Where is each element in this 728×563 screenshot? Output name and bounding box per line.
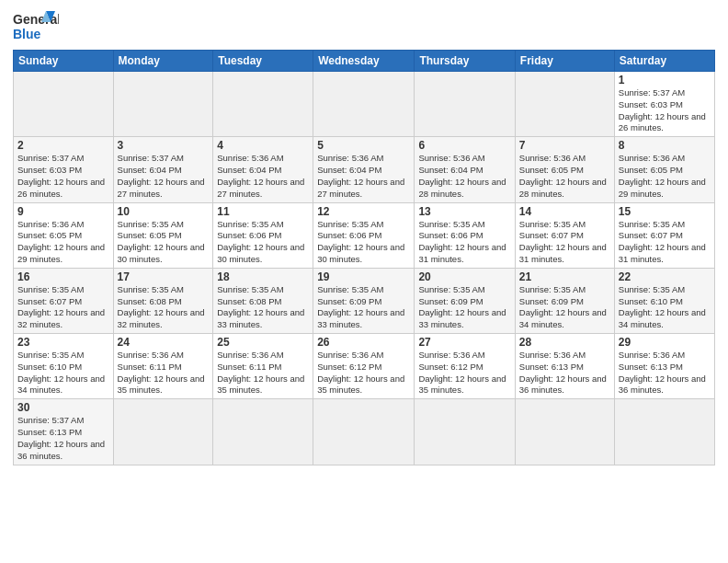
day-info: Sunrise: 5:36 AM Sunset: 6:13 PM Dayligh…: [519, 350, 610, 396]
calendar-cell: 3Sunrise: 5:37 AM Sunset: 6:04 PM Daylig…: [113, 137, 213, 202]
day-info: Sunrise: 5:35 AM Sunset: 6:10 PM Dayligh…: [619, 284, 711, 331]
calendar-header-thursday: Thursday: [415, 51, 515, 72]
calendar-cell: 9Sunrise: 5:36 AM Sunset: 6:05 PM Daylig…: [14, 202, 114, 268]
calendar-cell: 4Sunrise: 5:36 AM Sunset: 6:04 PM Daylig…: [213, 137, 313, 202]
calendar-cell: 26Sunrise: 5:36 AM Sunset: 6:12 PM Dayli…: [313, 334, 415, 399]
header: GeneralBlue: [13, 9, 715, 44]
day-number: 30: [17, 401, 109, 414]
day-number: 28: [519, 336, 610, 349]
day-number: 21: [519, 270, 610, 283]
day-info: Sunrise: 5:36 AM Sunset: 6:04 PM Dayligh…: [317, 153, 410, 200]
day-number: 9: [17, 205, 109, 218]
day-number: 11: [217, 205, 309, 218]
day-info: Sunrise: 5:35 AM Sunset: 6:08 PM Dayligh…: [118, 284, 210, 331]
calendar-cell: 8Sunrise: 5:36 AM Sunset: 6:05 PM Daylig…: [614, 137, 714, 202]
calendar-cell: 11Sunrise: 5:35 AM Sunset: 6:06 PM Dayli…: [213, 202, 313, 268]
calendar-cell: 24Sunrise: 5:36 AM Sunset: 6:11 PM Dayli…: [113, 334, 213, 399]
calendar-cell: 1Sunrise: 5:37 AM Sunset: 6:03 PM Daylig…: [614, 72, 714, 137]
calendar-cell: 2Sunrise: 5:37 AM Sunset: 6:03 PM Daylig…: [14, 137, 114, 202]
day-info: Sunrise: 5:37 AM Sunset: 6:13 PM Dayligh…: [17, 415, 109, 462]
day-number: 2: [17, 139, 109, 152]
day-number: 7: [519, 139, 610, 152]
day-info: Sunrise: 5:36 AM Sunset: 6:05 PM Dayligh…: [519, 153, 610, 200]
day-info: Sunrise: 5:35 AM Sunset: 6:08 PM Dayligh…: [217, 284, 309, 331]
day-number: 29: [619, 336, 711, 349]
calendar-week-1: 1Sunrise: 5:37 AM Sunset: 6:03 PM Daylig…: [14, 72, 715, 137]
calendar-cell: [213, 72, 313, 137]
calendar-cell: 15Sunrise: 5:35 AM Sunset: 6:07 PM Dayli…: [614, 202, 714, 268]
day-info: Sunrise: 5:35 AM Sunset: 6:09 PM Dayligh…: [317, 284, 410, 331]
calendar-cell: 5Sunrise: 5:36 AM Sunset: 6:04 PM Daylig…: [313, 137, 415, 202]
day-info: Sunrise: 5:35 AM Sunset: 6:06 PM Dayligh…: [317, 219, 410, 266]
day-number: 13: [418, 205, 510, 218]
calendar-cell: [415, 399, 515, 465]
day-info: Sunrise: 5:35 AM Sunset: 6:07 PM Dayligh…: [17, 284, 109, 331]
calendar-cell: 20Sunrise: 5:35 AM Sunset: 6:09 PM Dayli…: [415, 268, 515, 333]
calendar-cell: 18Sunrise: 5:35 AM Sunset: 6:08 PM Dayli…: [213, 268, 313, 333]
calendar-cell: 22Sunrise: 5:35 AM Sunset: 6:10 PM Dayli…: [614, 268, 714, 333]
day-number: 14: [519, 205, 610, 218]
day-info: Sunrise: 5:37 AM Sunset: 6:03 PM Dayligh…: [17, 153, 109, 200]
calendar-cell: 13Sunrise: 5:35 AM Sunset: 6:06 PM Dayli…: [415, 202, 515, 268]
day-info: Sunrise: 5:36 AM Sunset: 6:11 PM Dayligh…: [118, 350, 210, 396]
day-number: 22: [619, 270, 711, 283]
calendar-cell: [14, 72, 114, 137]
day-number: 16: [17, 270, 109, 283]
day-number: 4: [217, 139, 309, 152]
calendar-cell: 30Sunrise: 5:37 AM Sunset: 6:13 PM Dayli…: [14, 399, 114, 465]
day-number: 8: [619, 139, 711, 152]
day-number: 17: [118, 270, 210, 283]
calendar-cell: 14Sunrise: 5:35 AM Sunset: 6:07 PM Dayli…: [515, 202, 614, 268]
calendar-cell: 21Sunrise: 5:35 AM Sunset: 6:09 PM Dayli…: [515, 268, 614, 333]
calendar-cell: 19Sunrise: 5:35 AM Sunset: 6:09 PM Dayli…: [313, 268, 415, 333]
calendar-cell: [415, 72, 515, 137]
page: GeneralBlue SundayMondayTuesdayWednesday…: [0, 0, 728, 563]
calendar-week-6: 30Sunrise: 5:37 AM Sunset: 6:13 PM Dayli…: [14, 399, 715, 465]
day-number: 1: [619, 74, 711, 86]
calendar-cell: [614, 399, 714, 465]
day-info: Sunrise: 5:36 AM Sunset: 6:04 PM Dayligh…: [217, 153, 309, 200]
day-number: 25: [217, 336, 309, 349]
day-info: Sunrise: 5:35 AM Sunset: 6:10 PM Dayligh…: [17, 350, 109, 396]
calendar-cell: 23Sunrise: 5:35 AM Sunset: 6:10 PM Dayli…: [14, 334, 114, 399]
calendar-cell: 27Sunrise: 5:36 AM Sunset: 6:12 PM Dayli…: [415, 334, 515, 399]
day-number: 15: [619, 205, 711, 218]
day-number: 3: [118, 139, 210, 152]
calendar-cell: 10Sunrise: 5:35 AM Sunset: 6:05 PM Dayli…: [113, 202, 213, 268]
calendar-header-tuesday: Tuesday: [213, 51, 313, 72]
day-info: Sunrise: 5:35 AM Sunset: 6:06 PM Dayligh…: [418, 219, 510, 266]
calendar-cell: 7Sunrise: 5:36 AM Sunset: 6:05 PM Daylig…: [515, 137, 614, 202]
calendar-cell: 17Sunrise: 5:35 AM Sunset: 6:08 PM Dayli…: [113, 268, 213, 333]
day-number: 27: [418, 336, 510, 349]
day-number: 19: [317, 270, 410, 283]
day-number: 6: [418, 139, 510, 152]
calendar: SundayMondayTuesdayWednesdayThursdayFrid…: [13, 50, 715, 465]
calendar-cell: [213, 399, 313, 465]
calendar-cell: 16Sunrise: 5:35 AM Sunset: 6:07 PM Dayli…: [14, 268, 114, 333]
calendar-cell: 12Sunrise: 5:35 AM Sunset: 6:06 PM Dayli…: [313, 202, 415, 268]
calendar-cell: 29Sunrise: 5:36 AM Sunset: 6:13 PM Dayli…: [614, 334, 714, 399]
calendar-cell: 6Sunrise: 5:36 AM Sunset: 6:04 PM Daylig…: [415, 137, 515, 202]
day-info: Sunrise: 5:36 AM Sunset: 6:05 PM Dayligh…: [619, 153, 711, 200]
day-info: Sunrise: 5:36 AM Sunset: 6:05 PM Dayligh…: [17, 219, 109, 266]
calendar-week-3: 9Sunrise: 5:36 AM Sunset: 6:05 PM Daylig…: [14, 202, 715, 268]
calendar-header-row: SundayMondayTuesdayWednesdayThursdayFrid…: [14, 51, 715, 72]
day-number: 24: [118, 336, 210, 349]
calendar-cell: 25Sunrise: 5:36 AM Sunset: 6:11 PM Dayli…: [213, 334, 313, 399]
calendar-header-sunday: Sunday: [14, 51, 114, 72]
day-info: Sunrise: 5:36 AM Sunset: 6:12 PM Dayligh…: [317, 350, 410, 396]
calendar-week-5: 23Sunrise: 5:35 AM Sunset: 6:10 PM Dayli…: [14, 334, 715, 399]
day-info: Sunrise: 5:36 AM Sunset: 6:13 PM Dayligh…: [619, 350, 711, 396]
logo: GeneralBlue: [13, 9, 59, 44]
calendar-week-4: 16Sunrise: 5:35 AM Sunset: 6:07 PM Dayli…: [14, 268, 715, 333]
day-info: Sunrise: 5:35 AM Sunset: 6:06 PM Dayligh…: [217, 219, 309, 266]
svg-text:Blue: Blue: [13, 27, 41, 41]
day-info: Sunrise: 5:35 AM Sunset: 6:07 PM Dayligh…: [619, 219, 711, 266]
calendar-cell: [113, 72, 213, 137]
day-info: Sunrise: 5:37 AM Sunset: 6:03 PM Dayligh…: [619, 87, 711, 134]
day-number: 20: [418, 270, 510, 283]
day-number: 12: [317, 205, 410, 218]
logo-svg: GeneralBlue: [13, 9, 59, 44]
calendar-header-friday: Friday: [515, 51, 614, 72]
calendar-header-monday: Monday: [113, 51, 213, 72]
